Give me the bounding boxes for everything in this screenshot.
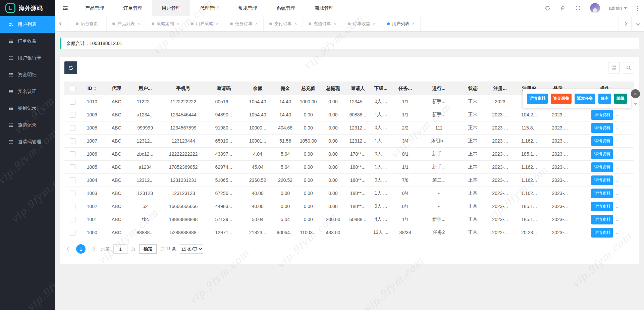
tabs-scroll-left-button[interactable] xyxy=(55,16,67,31)
tab-item[interactable]: 用户策略× xyxy=(185,16,224,31)
row-detail-button[interactable]: 详情资料 xyxy=(591,123,613,133)
row-checkbox[interactable] xyxy=(70,125,75,131)
row-detail-button[interactable]: 详情资料 xyxy=(591,202,613,211)
table-cell: 43897... xyxy=(206,148,241,161)
tab-close-icon[interactable]: × xyxy=(294,21,297,26)
tabs-scroll-right-button[interactable] xyxy=(619,16,631,31)
popover-caret-icon[interactable] xyxy=(634,103,637,107)
row-detail-button[interactable]: 详情资料 xyxy=(591,162,613,172)
row-checkbox[interactable] xyxy=(70,164,75,170)
sidebar-item[interactable]: 签到记录 xyxy=(0,100,55,117)
sidebar-item[interactable]: 邀请码管理 xyxy=(0,134,55,150)
columns-toggle-button[interactable] xyxy=(608,62,620,73)
tab-close-icon[interactable]: × xyxy=(255,21,258,26)
table-cell: 0.00 xyxy=(320,187,346,200)
table-cell: 188**... xyxy=(346,174,370,187)
nav-item[interactable]: 代理管理 xyxy=(190,0,228,16)
table-cell: 正常 xyxy=(460,135,486,148)
tab-item[interactable]: 订单收益× xyxy=(342,16,381,31)
page-number[interactable]: 1 xyxy=(76,244,86,254)
tab-close-icon[interactable]: × xyxy=(373,21,376,26)
tab-item[interactable]: 用户列表× xyxy=(381,16,421,31)
select-all-checkbox[interactable] xyxy=(70,86,75,91)
tab-close-icon[interactable]: × xyxy=(138,21,140,26)
nav-item[interactable]: 订单管理 xyxy=(114,0,152,16)
table-cell: 10001... xyxy=(241,135,274,148)
page-size-select[interactable]: 15 条/页 xyxy=(180,244,203,254)
user-menu[interactable]: admin xyxy=(609,5,627,11)
popover-button[interactable]: 账本 xyxy=(598,94,611,104)
row-checkbox[interactable] xyxy=(70,138,75,144)
table-row: 1001ABCzbc1888888888857139...50.045.040.… xyxy=(64,213,634,226)
row-detail-button[interactable]: 详情资料 xyxy=(591,149,613,159)
popover-button[interactable]: 编辑 xyxy=(614,94,627,104)
tab-close-icon[interactable]: × xyxy=(412,21,415,26)
popover-close-icon[interactable]: × xyxy=(631,89,640,98)
tab-close-icon[interactable]: × xyxy=(334,21,336,26)
avatar[interactable] xyxy=(590,3,600,13)
tab-close-icon[interactable]: × xyxy=(216,21,219,26)
row-checkbox[interactable] xyxy=(70,191,75,196)
popover-button[interactable]: 派发任务 xyxy=(575,94,595,104)
nav-item[interactable]: 商城管理 xyxy=(305,0,343,16)
table-search-button[interactable] xyxy=(623,62,634,73)
table-cell: ABC xyxy=(103,135,129,148)
sidebar-item[interactable]: 用户列表 xyxy=(0,16,55,33)
trash-icon[interactable] xyxy=(560,5,566,11)
table-cell: 111 xyxy=(418,121,459,135)
tab-item[interactable]: 产品列表× xyxy=(107,16,146,31)
operation-more: ... xyxy=(614,125,618,130)
next-page-button[interactable] xyxy=(89,245,97,253)
table-cell: 20.23... xyxy=(514,226,544,239)
row-checkbox[interactable] xyxy=(70,151,75,157)
table-cell: 12人 ... xyxy=(370,226,392,239)
popover-button[interactable]: 详情资料 xyxy=(527,94,548,104)
sort-icon[interactable] xyxy=(94,85,97,92)
sidebar-item[interactable]: 实名认证 xyxy=(0,83,55,100)
nav-item[interactable]: 系统管理 xyxy=(267,0,305,16)
tab-item[interactable]: 支付订单× xyxy=(264,16,303,31)
table-cell: 0/4 xyxy=(392,187,418,200)
row-detail-button[interactable]: 详情资料 xyxy=(591,228,613,238)
table-cell: 60519... xyxy=(206,95,241,108)
sidebar-item-label: 用户列表 xyxy=(18,21,37,28)
prev-page-button[interactable] xyxy=(64,245,72,253)
fullscreen-icon[interactable] xyxy=(575,5,581,11)
refresh-icon[interactable] xyxy=(545,5,551,11)
row-detail-button[interactable]: 详情资料 xyxy=(591,136,613,146)
column-header-label: 代理 xyxy=(112,86,121,91)
row-checkbox[interactable] xyxy=(70,99,75,105)
tab-item[interactable]: 充值订单× xyxy=(303,16,342,31)
row-checkbox[interactable] xyxy=(70,177,75,183)
tab-item[interactable]: 后台首页 xyxy=(67,16,107,31)
sidebar-item[interactable]: 资金明细 xyxy=(0,66,55,83)
row-checkbox[interactable] xyxy=(70,230,75,236)
row-checkbox[interactable] xyxy=(70,217,75,222)
tab-item[interactable]: 策略定制× xyxy=(146,16,185,31)
more-options-icon[interactable] xyxy=(636,5,639,11)
row-checkbox[interactable] xyxy=(70,204,75,209)
nav-item[interactable]: 用户管理 xyxy=(152,0,190,16)
goto-confirm-button[interactable]: 确定 xyxy=(139,244,157,254)
tab-close-icon[interactable]: × xyxy=(177,21,179,26)
row-detail-button[interactable]: 详情资料 xyxy=(591,189,613,198)
tabs-menu-button[interactable] xyxy=(631,16,644,31)
tab-item[interactable]: 任务订单× xyxy=(224,16,264,31)
row-detail-button[interactable]: 详情资料 xyxy=(591,175,613,185)
popover-button[interactable]: 资金调整 xyxy=(551,94,572,104)
sidebar-collapse-icon[interactable] xyxy=(55,0,75,16)
column-header-label: 注册... xyxy=(493,86,507,91)
table-refresh-button[interactable] xyxy=(64,61,77,74)
row-check-cell xyxy=(64,213,81,226)
row-detail-button[interactable]: 详情资料 xyxy=(591,110,613,120)
row-detail-button[interactable]: 详情资料 xyxy=(591,215,613,224)
sidebar-item[interactable]: 订单收益 xyxy=(0,33,55,50)
row-checkbox[interactable] xyxy=(70,112,75,118)
table-cell: a1234... xyxy=(129,108,161,121)
goto-page-input[interactable] xyxy=(113,244,127,254)
nav-item[interactable]: 产品管理 xyxy=(75,0,114,16)
sidebar-item[interactable]: 邀请记录 xyxy=(0,117,55,134)
nav-item[interactable]: 常规管理 xyxy=(228,0,267,16)
table-cell: 1.162... xyxy=(514,174,544,187)
sidebar-item[interactable]: 用户银行卡 xyxy=(0,50,55,66)
